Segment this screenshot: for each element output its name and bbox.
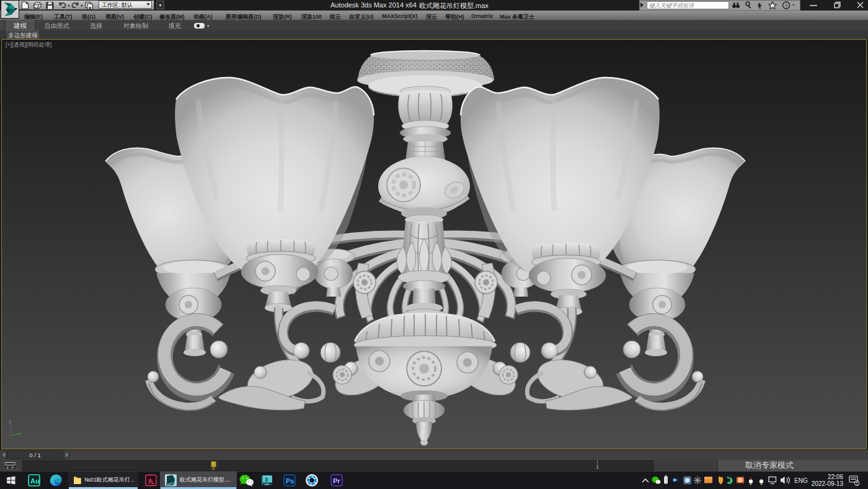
svg-text:Pr: Pr bbox=[333, 477, 340, 485]
svg-text:MAX: MAX bbox=[265, 483, 270, 486]
svg-text:Au: Au bbox=[30, 477, 40, 485]
svg-text:1: 1 bbox=[856, 482, 859, 486]
svg-text:MAX: MAX bbox=[167, 483, 172, 486]
svg-text:3: 3 bbox=[265, 477, 268, 483]
svg-text:ENG: ENG bbox=[794, 477, 808, 484]
svg-text:丸: 丸 bbox=[148, 478, 154, 485]
svg-text:Ps: Ps bbox=[286, 477, 294, 485]
svg-text:Z: Z bbox=[9, 419, 12, 424]
svg-text:?: ? bbox=[785, 3, 788, 9]
